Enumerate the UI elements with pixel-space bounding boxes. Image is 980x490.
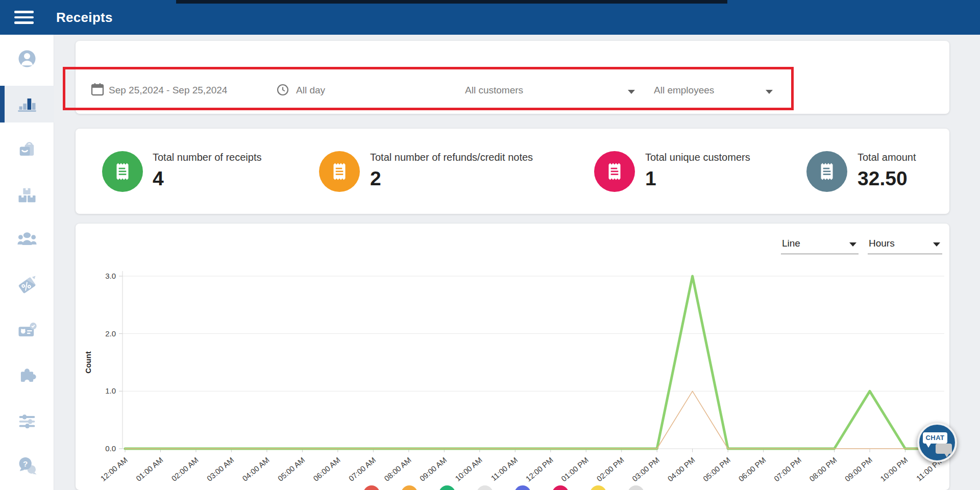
svg-text:04:00 AM: 04:00 AM [240, 455, 271, 483]
receipts-chart-panel: 0.01.02.03.0Count12:00 AM01:00 AM02:00 A… [76, 224, 949, 490]
svg-text:06:00 PM: 06:00 PM [737, 455, 767, 483]
loyalty-card-icon [16, 320, 38, 342]
svg-text:08:00 PM: 08:00 PM [807, 455, 838, 483]
svg-text:10:00 AM: 10:00 AM [453, 455, 483, 483]
svg-text:03:00 PM: 03:00 PM [630, 455, 661, 483]
svg-text:09:00 PM: 09:00 PM [843, 455, 874, 483]
svg-text:09:00 AM: 09:00 AM [418, 455, 448, 483]
svg-text:2.0: 2.0 [105, 329, 116, 338]
svg-text:07:00 AM: 07:00 AM [347, 455, 377, 483]
help-chat-icon: ? [16, 454, 38, 477]
page-title: Receipts [56, 0, 113, 35]
filters-panel: Sep 25,2024 - Sep 25,2024 All day All cu… [76, 41, 949, 114]
receipt-icon [102, 151, 143, 192]
chart-type-select[interactable]: Line [781, 235, 859, 254]
summary-stats-panel: Total number of receipts 4 Total number … [76, 129, 949, 214]
svg-text:12:00 PM: 12:00 PM [524, 455, 555, 483]
sidebar-item-settings[interactable] [0, 403, 54, 439]
sidebar-item-inventory[interactable] [0, 177, 54, 214]
svg-text:01:00 AM: 01:00 AM [134, 455, 164, 483]
chart-interval-select[interactable]: Hours [868, 235, 942, 254]
top-dark-strip [176, 0, 727, 4]
sidebar-item-integrations[interactable] [0, 357, 54, 394]
stat-value: 1 [645, 167, 656, 190]
sidebar-item-discounts[interactable] [0, 266, 54, 303]
receipt-icon [319, 151, 360, 192]
receipt-icon [806, 151, 847, 192]
stat-value: 2 [370, 167, 381, 190]
chevron-down-icon [933, 242, 940, 247]
chat-bubble-icon [936, 444, 952, 454]
stat-value: 4 [153, 167, 164, 190]
stat-label: Total number of receipts [153, 152, 261, 163]
stat-label: Total number of refunds/credit notes [370, 152, 533, 163]
svg-text:Count: Count [84, 351, 92, 373]
svg-text:02:00 PM: 02:00 PM [595, 455, 626, 483]
chevron-down-icon [849, 242, 856, 247]
sidebar-item-sales[interactable] [0, 132, 54, 168]
chevron-down-icon[interactable] [766, 90, 773, 94]
stat-value: 32.50 [857, 167, 908, 190]
chat-button[interactable]: CHAT [917, 423, 957, 462]
user-avatar-icon [16, 47, 38, 70]
settings-sliders-icon [16, 410, 38, 432]
shopping-bag-icon [16, 139, 38, 161]
svg-text:03:00 AM: 03:00 AM [205, 455, 235, 483]
hamburger-menu-icon[interactable] [14, 11, 34, 24]
discount-tag-icon [16, 273, 38, 296]
bar-chart-reports-icon [16, 93, 38, 115]
clock-icon [277, 84, 289, 96]
date-range-field[interactable]: Sep 25,2024 - Sep 25,2024 [109, 85, 227, 96]
receipt-icon [594, 151, 635, 192]
stat-label: Total amount [857, 152, 916, 163]
sidebar-item-account[interactable] [0, 40, 54, 77]
inventory-boxes-icon [16, 184, 38, 207]
svg-text:04:00 PM: 04:00 PM [666, 455, 696, 483]
svg-text:01:00 PM: 01:00 PM [559, 455, 590, 483]
svg-text:0.0: 0.0 [105, 444, 116, 453]
chevron-down-icon[interactable] [628, 90, 635, 94]
chat-label: CHAT [923, 432, 947, 444]
chat-bubble-tail [925, 443, 932, 448]
calendar-icon [91, 83, 104, 96]
svg-text:07:00 PM: 07:00 PM [772, 455, 803, 483]
svg-text:05:00 PM: 05:00 PM [701, 455, 732, 483]
sidebar-nav: ? [0, 35, 54, 490]
employees-select[interactable]: All employees [654, 85, 714, 96]
svg-text:05:00 AM: 05:00 AM [276, 455, 306, 483]
time-filter-field[interactable]: All day [296, 85, 325, 96]
svg-text:3.0: 3.0 [105, 272, 116, 280]
app-bar: Receipts [0, 0, 980, 35]
customers-group-icon [16, 228, 38, 250]
svg-text:12:00 AM: 12:00 AM [99, 455, 129, 483]
receipts-line-chart: 0.01.02.03.0Count12:00 AM01:00 AM02:00 A… [76, 224, 949, 490]
integrations-puzzle-icon [16, 364, 38, 387]
svg-text:02:00 AM: 02:00 AM [169, 455, 200, 483]
sidebar-item-help[interactable]: ? [0, 447, 54, 484]
stat-label: Total unique customers [645, 152, 750, 163]
svg-text:1.0: 1.0 [105, 386, 116, 395]
svg-text:10:00 PM: 10:00 PM [878, 455, 909, 483]
svg-text:11:00 AM: 11:00 AM [489, 455, 520, 482]
svg-text:08:00 AM: 08:00 AM [382, 455, 412, 483]
sidebar-item-customers[interactable] [0, 220, 54, 257]
svg-text:06:00 AM: 06:00 AM [311, 455, 341, 483]
sidebar-item-reports[interactable] [0, 86, 54, 122]
sidebar-item-loyalty[interactable] [0, 312, 54, 349]
svg-text:?: ? [23, 459, 28, 468]
customers-select[interactable]: All customers [465, 85, 523, 96]
